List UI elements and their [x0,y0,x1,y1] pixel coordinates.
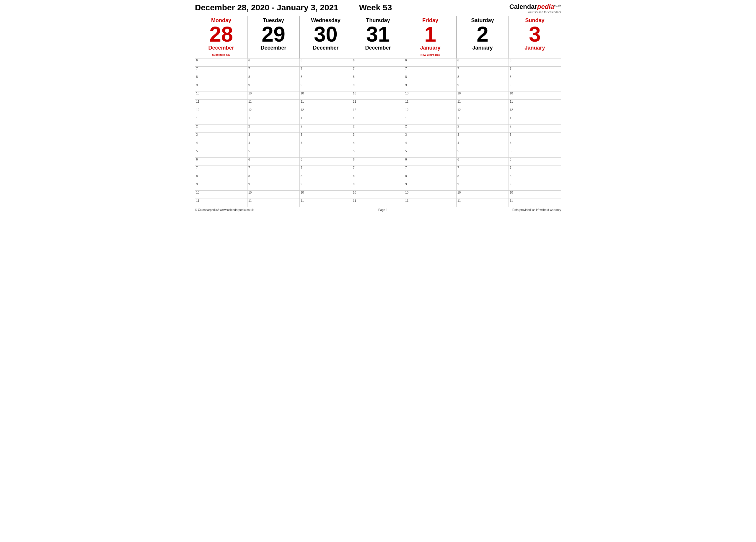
time-label: 12 [353,108,356,112]
time-cell: 8 [352,174,404,182]
time-label: 11 [301,100,304,103]
time-cell: 7 [457,166,509,174]
time-cell: 10 [195,191,247,199]
time-label: 8 [510,174,511,178]
time-label: 10 [248,191,252,194]
time-label: 7 [510,166,511,169]
logo: Calendarpediaco.uk Your source for calen… [509,3,561,14]
time-row: 2222222 [195,125,561,133]
time-row: 11111111111111 [195,100,561,108]
time-cell: 11 [300,199,352,207]
time-cell: 8 [404,75,457,83]
time-cell: 6 [195,58,247,67]
time-label: 9 [196,84,198,87]
time-cell: 6 [404,158,457,166]
time-label: 3 [301,133,302,136]
time-cell: 8 [457,174,509,182]
time-cell: 6 [457,58,509,67]
time-label: 2 [405,125,407,128]
time-cell: 7 [300,67,352,75]
day-header-monday: Monday 28 December Substitute day [195,16,247,58]
time-label: 10 [301,191,304,194]
time-cell: 6 [509,58,561,67]
time-label: 7 [196,67,198,70]
time-cell: 9 [404,182,457,191]
calendar-table: Monday 28 December Substitute day Tuesda… [195,16,561,207]
time-cell: 4 [457,141,509,149]
time-label: 10 [457,191,461,194]
time-cell: 10 [300,191,352,199]
time-cell: 6 [247,58,300,67]
time-cell: 10 [247,92,300,100]
time-label: 5 [457,150,459,153]
month-name-2: December [300,45,351,51]
time-cell: 10 [457,92,509,100]
time-cell: 9 [300,83,352,92]
time-label: 6 [353,59,355,62]
time-cell: 8 [300,174,352,182]
time-label: 9 [353,84,355,87]
time-label: 3 [196,133,198,136]
time-label: 10 [353,92,356,95]
time-cell: 3 [352,133,404,141]
header-title: December 28, 2020 - January 3, 2021 [195,3,338,12]
time-label: 11 [196,100,199,103]
time-cell: 2 [247,125,300,133]
time-label: 10 [457,92,461,95]
time-row: 1111111 [195,116,561,125]
time-label: 6 [301,59,302,62]
time-cell: 9 [195,83,247,92]
time-cell: 1 [247,116,300,125]
time-label: 8 [405,75,407,79]
time-label: 5 [196,150,198,153]
time-label: 7 [457,67,459,70]
time-cell: 11 [247,100,300,108]
time-cell: 4 [404,141,457,149]
time-cell: 7 [300,166,352,174]
time-label: 9 [405,183,407,186]
time-label: 9 [457,183,459,186]
day-header-wednesday: Wednesday 30 December [300,16,352,58]
time-label: 9 [301,183,302,186]
time-label: 8 [196,75,198,79]
time-cell: 5 [352,149,404,158]
time-label: 1 [248,117,250,120]
time-label: 9 [510,183,511,186]
time-label: 10 [353,191,356,194]
month-name-6: January [509,45,560,51]
time-label: 2 [248,125,250,128]
time-label: 10 [248,92,252,95]
time-cell: 9 [195,182,247,191]
time-label: 9 [301,84,302,87]
time-row: 3333333 [195,133,561,141]
time-cell: 3 [247,133,300,141]
time-cell: 3 [195,133,247,141]
time-label: 11 [405,199,408,203]
day-header-friday: Friday 1 January New Year's Day [404,16,457,58]
time-cell: 5 [195,149,247,158]
time-cell: 6 [300,158,352,166]
time-cell: 11 [404,100,457,108]
time-cell: 12 [195,108,247,116]
day-header-row: Monday 28 December Substitute day Tuesda… [195,16,561,58]
time-label: 4 [510,141,511,145]
time-cell: 2 [457,125,509,133]
time-cell: 4 [352,141,404,149]
time-label: 7 [405,166,407,169]
time-label: 8 [510,75,511,79]
time-cell: 7 [404,166,457,174]
time-label: 4 [248,141,250,145]
event-label-4: New Year's Day [421,53,440,56]
time-cell: 8 [247,174,300,182]
page-header: December 28, 2020 - January 3, 2021 Week… [195,3,561,14]
time-label: 6 [405,59,407,62]
time-cell: 11 [247,199,300,207]
month-name-4: January [405,45,456,51]
time-cell: 11 [509,199,561,207]
time-label: 9 [405,84,407,87]
time-cell: 7 [195,166,247,174]
time-cell: 6 [352,58,404,67]
time-label: 11 [301,199,304,203]
time-cell: 8 [247,75,300,83]
time-label: 11 [457,199,461,203]
